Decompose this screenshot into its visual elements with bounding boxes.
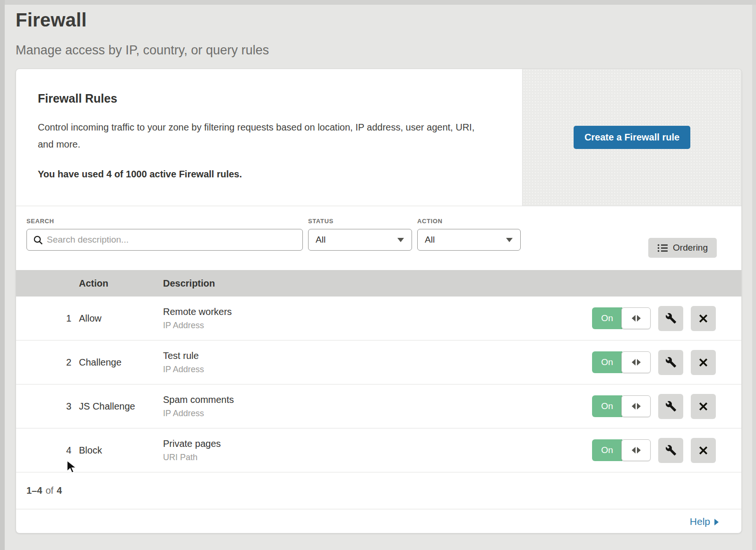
rule-priority: 1: [16, 313, 75, 324]
status-select-value: All: [316, 235, 326, 245]
page-title: Firewall: [16, 9, 756, 31]
rule-description: Private pages: [163, 438, 592, 449]
search-label: SEARCH: [26, 218, 303, 225]
table-header: Action Description: [16, 270, 741, 297]
page-subtitle: Manage access by IP, country, or query r…: [16, 43, 756, 58]
status-select[interactable]: All: [308, 229, 412, 251]
table-row: 1 Allow Remote workers IP Address On: [16, 297, 741, 340]
toggle-on-label: On: [592, 307, 622, 329]
rule-description-cell: Private pages URI Path: [159, 438, 592, 463]
chevron-down-icon: [397, 238, 404, 242]
search-icon: [33, 235, 43, 245]
wrench-icon: [665, 445, 677, 456]
x-icon: [698, 445, 708, 455]
action-field: ACTION All: [417, 218, 521, 270]
edit-rule-button[interactable]: [658, 306, 683, 331]
toggle-arrows-icon: [621, 307, 651, 329]
edit-rule-button[interactable]: [658, 438, 683, 463]
x-icon: [698, 314, 708, 323]
wrench-icon: [665, 357, 677, 368]
status-field: STATUS All: [308, 218, 412, 270]
page: Firewall Manage access by IP, country, o…: [0, 0, 756, 550]
toggle-on-label: On: [592, 439, 622, 461]
rule-action: Challenge: [75, 357, 159, 368]
card-heading: Firewall Rules: [38, 92, 508, 105]
action-select[interactable]: All: [417, 229, 521, 251]
search-input[interactable]: [27, 229, 302, 250]
firewall-rules-card: Firewall Rules Control incoming traffic …: [16, 69, 742, 533]
delete-rule-button[interactable]: [691, 394, 716, 419]
card-description: Control incoming traffic to your zone by…: [38, 119, 487, 153]
toggle-arrows-icon: [621, 351, 651, 373]
rule-description: Remote workers: [163, 306, 592, 317]
create-rule-panel: Create a Firewall rule: [522, 69, 741, 206]
rule-enabled-toggle[interactable]: On: [592, 307, 651, 329]
toggle-arrows-icon: [621, 395, 651, 417]
ordering-button-label: Ordering: [673, 243, 708, 253]
pagination-total: 4: [57, 485, 62, 496]
create-firewall-rule-button[interactable]: Create a Firewall rule: [574, 126, 690, 149]
toggle-arrows-icon: [621, 439, 651, 461]
rule-controls: On: [592, 438, 741, 463]
rule-enabled-toggle[interactable]: On: [592, 439, 651, 461]
help-link[interactable]: Help: [690, 516, 719, 527]
rule-controls: On: [592, 394, 741, 419]
pagination-summary: 1–4 of 4: [16, 472, 741, 509]
rule-match-type: URI Path: [163, 453, 592, 463]
delete-rule-button[interactable]: [691, 306, 716, 331]
search-field: SEARCH: [26, 218, 303, 270]
rule-action: JS Challenge: [75, 401, 159, 412]
rule-match-type: IP Address: [163, 321, 592, 331]
rule-match-type: IP Address: [163, 365, 592, 375]
rule-description-cell: Remote workers IP Address: [159, 306, 592, 331]
firewall-rules-intro: Firewall Rules Control incoming traffic …: [16, 69, 522, 206]
card-footer: Help: [16, 509, 741, 533]
rule-action: Allow: [75, 313, 159, 324]
rule-enabled-toggle[interactable]: On: [592, 395, 651, 417]
table-row: 3 JS Challenge Spam comments IP Address …: [16, 384, 741, 428]
ordering-list-icon: [657, 244, 668, 253]
wrench-icon: [665, 313, 677, 324]
edit-rule-button[interactable]: [658, 350, 683, 375]
rule-description: Test rule: [163, 350, 592, 361]
rule-description-cell: Spam comments IP Address: [159, 394, 592, 419]
delete-rule-button[interactable]: [691, 350, 716, 375]
toggle-on-label: On: [592, 395, 622, 417]
rule-priority: 2: [16, 357, 75, 368]
rules-table-body: 1 Allow Remote workers IP Address On: [16, 297, 741, 472]
description-column-header: Description: [159, 278, 741, 289]
toggle-on-label: On: [592, 351, 622, 373]
table-row: 2 Challenge Test rule IP Address On: [16, 340, 741, 384]
wrench-icon: [665, 401, 677, 412]
action-column-header: Action: [75, 278, 159, 289]
table-row: 4 Block Private pages URI Path On: [16, 428, 741, 472]
page-header: Firewall Manage access by IP, country, o…: [0, 0, 756, 58]
filters-bar: SEARCH STATUS All ACTION: [16, 206, 741, 270]
rule-description-cell: Test rule IP Address: [159, 350, 592, 375]
rule-match-type: IP Address: [163, 409, 592, 419]
action-select-value: All: [425, 235, 435, 245]
x-icon: [698, 402, 708, 411]
pagination-of: of: [45, 485, 53, 496]
help-link-label: Help: [690, 516, 710, 527]
ordering-button[interactable]: Ordering: [648, 238, 717, 258]
chevron-down-icon: [506, 238, 513, 242]
card-top-section: Firewall Rules Control incoming traffic …: [16, 69, 741, 206]
rule-controls: On: [592, 306, 741, 331]
rule-enabled-toggle[interactable]: On: [592, 351, 651, 373]
rule-action: Block: [75, 445, 159, 456]
rule-priority: 4: [16, 445, 75, 456]
usage-text: You have used 4 of 1000 active Firewall …: [38, 169, 508, 180]
status-label: STATUS: [308, 218, 412, 225]
action-label: ACTION: [417, 218, 521, 225]
rule-controls: On: [592, 350, 741, 375]
x-icon: [698, 358, 708, 367]
delete-rule-button[interactable]: [691, 438, 716, 463]
edit-rule-button[interactable]: [658, 394, 683, 419]
rule-priority: 3: [16, 401, 75, 412]
search-input-wrap: [26, 229, 303, 251]
pagination-range: 1–4: [26, 485, 42, 496]
triangle-right-icon: [714, 519, 719, 525]
rule-description: Spam comments: [163, 394, 592, 405]
